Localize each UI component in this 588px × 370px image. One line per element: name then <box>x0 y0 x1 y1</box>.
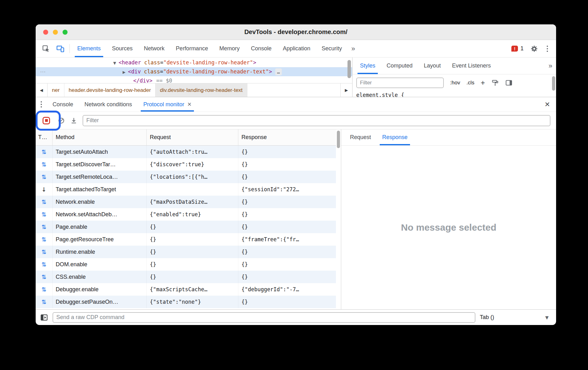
target-selector-dropdown[interactable]: Tab () ▼ <box>480 314 552 321</box>
node-more-actions-icon[interactable]: ⋯ <box>40 67 46 76</box>
chevron-down-icon: ▼ <box>545 315 549 320</box>
close-drawer-button[interactable]: × <box>539 100 556 109</box>
tab-elements[interactable]: Elements <box>72 40 106 57</box>
more-sidebar-tabs-button[interactable]: » <box>545 58 556 74</box>
inspect-icon <box>42 45 50 53</box>
elements-scrollbar[interactable] <box>347 60 351 78</box>
element-style-rule: element.style { <box>352 91 556 97</box>
drawer-tab-network-conditions[interactable]: Network conditions <box>79 97 138 112</box>
toggle-element-state-button[interactable]: :hov <box>450 80 460 86</box>
breadcrumb-scroll-left-icon[interactable]: ◀ <box>36 83 48 97</box>
viewer-tab-bar: Request Response <box>341 129 556 146</box>
tab-security[interactable]: Security <box>316 40 347 57</box>
column-header-response[interactable]: Response <box>238 129 336 145</box>
table-scrollbar[interactable] <box>337 131 340 148</box>
viewer-tab-request[interactable]: Request <box>344 129 377 145</box>
table-row[interactable]: ⇅ Target.setRemoteLoca… {"locations":[{"… <box>36 171 336 183</box>
table-row[interactable]: ⇅ Target.setDiscoverTar… {"discover":tru… <box>36 158 336 171</box>
direction-icon: ⇅ <box>36 283 53 296</box>
close-tab-icon[interactable]: × <box>187 100 191 108</box>
drawer-tab-protocol-monitor[interactable]: Protocol monitor × <box>138 97 197 112</box>
response-cell: {"debuggerId":"-7… <box>238 283 336 296</box>
cdp-command-input[interactable] <box>53 312 475 323</box>
column-header-request[interactable]: Request <box>147 129 238 145</box>
table-row[interactable]: ⇅ Target.setAutoAttach {"autoAttach":tru… <box>36 146 336 158</box>
protocol-filter-input[interactable] <box>83 115 550 126</box>
table-row[interactable]: ⇅ Network.setAttachDeb… {"enabled":true}… <box>36 208 336 221</box>
tab-sources[interactable]: Sources <box>106 40 138 57</box>
element-classes-button[interactable]: .cls <box>466 80 474 86</box>
collapse-arrow-icon[interactable]: ▼ <box>113 61 116 65</box>
issue-icon: ! <box>511 46 518 52</box>
request-cell: {"autoAttach":tru… <box>147 146 238 158</box>
toggle-sidebar-button[interactable] <box>505 79 513 87</box>
tab-event-listeners[interactable]: Event Listeners <box>446 58 496 74</box>
styles-scrollbar[interactable] <box>552 76 555 91</box>
table-row[interactable]: ⇅ Debugger.enable {"maxScriptsCache… {"d… <box>36 283 336 296</box>
device-toolbar-button[interactable] <box>53 40 68 57</box>
drawer-menu-button[interactable] <box>36 101 47 108</box>
table-row[interactable]: ⇅ Page.getResourceTree {} {"frameTree":{… <box>36 233 336 246</box>
tab-computed[interactable]: Computed <box>381 58 418 74</box>
method-cell: Runtime.enable <box>53 246 147 258</box>
dom-node-header[interactable]: ▼<headerclass="devsite-landing-row-heade… <box>36 58 352 67</box>
breadcrumb-scroll-right-icon[interactable]: ▶ <box>340 83 352 97</box>
new-style-rule-button[interactable]: + <box>481 79 485 87</box>
tab-layout[interactable]: Layout <box>418 58 446 74</box>
drawer-tab-console[interactable]: Console <box>47 97 79 112</box>
request-cell: {"maxScriptsCache… <box>147 283 238 296</box>
request-cell: {} <box>147 258 238 271</box>
styles-filter-input[interactable] <box>356 78 444 88</box>
table-row[interactable]: ⇅ Runtime.enable {} {} <box>36 246 336 258</box>
protocol-monitor-toolbar <box>36 112 556 129</box>
attr-value: "devsite-landing-row-header" <box>163 59 253 66</box>
zoom-window-button[interactable] <box>63 30 68 35</box>
request-cell: {} <box>147 233 238 246</box>
request-cell: {} <box>147 221 238 233</box>
table-row[interactable]: ⇅ DOM.enable {} {} <box>36 258 336 271</box>
message-viewer: Request Response No message selected <box>341 129 556 309</box>
tab-memory[interactable]: Memory <box>214 40 245 57</box>
main-toolbar: Elements Sources Network Performance Mem… <box>36 40 556 58</box>
breadcrumb-item-div[interactable]: div.devsite-landing-row-header-text <box>155 83 247 97</box>
toolbar-divider <box>69 44 70 53</box>
tab-console[interactable]: Console <box>245 40 277 57</box>
tab-network[interactable]: Network <box>138 40 170 57</box>
expand-arrow-icon[interactable]: ▶ <box>123 70 125 74</box>
viewer-tab-response[interactable]: Response <box>377 129 413 145</box>
settings-button[interactable] <box>530 45 538 52</box>
method-cell: CSS.enable <box>53 271 147 283</box>
dom-node-div-selected[interactable]: ⋯ ▶<divclass="devsite-landing-row-header… <box>36 67 352 76</box>
minimize-window-button[interactable] <box>53 30 58 35</box>
table-row[interactable]: ⇅ Network.enable {"maxPostDataSize… {} <box>36 196 336 208</box>
direction-icon: ⇅ <box>36 271 53 283</box>
issues-counter[interactable]: ! 1 <box>511 45 524 52</box>
dom-tree: ▼<headerclass="devsite-landing-row-heade… <box>36 58 352 83</box>
table-row[interactable]: ⇅ Page.enable {} {} <box>36 221 336 233</box>
close-window-button[interactable] <box>43 30 48 35</box>
method-cell: DOM.enable <box>53 258 147 271</box>
record-button[interactable] <box>40 117 53 124</box>
drawer-tab-bar: Console Network conditions Protocol moni… <box>36 97 556 112</box>
inline-more-button[interactable]: … <box>275 68 282 75</box>
toggle-command-editor-button[interactable] <box>40 313 48 322</box>
more-tabs-button[interactable]: » <box>347 40 359 57</box>
table-row[interactable]: ⇅ CSS.enable {} {} <box>36 271 336 283</box>
inspect-element-button[interactable] <box>39 40 53 57</box>
breadcrumb-item-banner[interactable]: ner <box>48 83 64 97</box>
column-header-method[interactable]: Method <box>53 129 147 145</box>
save-button[interactable] <box>70 117 78 124</box>
main-menu-button[interactable] <box>545 46 550 52</box>
tab-application[interactable]: Application <box>277 40 316 57</box>
window-controls <box>43 30 68 35</box>
column-header-type[interactable]: T… <box>36 129 53 145</box>
clear-button[interactable] <box>58 117 65 124</box>
breadcrumb-item-header[interactable]: header.devsite-landing-row-header <box>64 83 156 97</box>
closing-tag: </div> <box>133 78 152 83</box>
tab-styles[interactable]: Styles <box>354 58 381 74</box>
rendering-emulation-button[interactable] <box>491 79 499 87</box>
table-row[interactable]: ⇅ Debugger.setPauseOn… {"state":"none"} … <box>36 296 336 308</box>
table-row[interactable]: ↓ Target.attachedToTarget {"sessionId":"… <box>36 183 336 196</box>
tab-performance[interactable]: Performance <box>170 40 214 57</box>
dom-node-closing[interactable]: </div>== $0 <box>36 76 352 83</box>
